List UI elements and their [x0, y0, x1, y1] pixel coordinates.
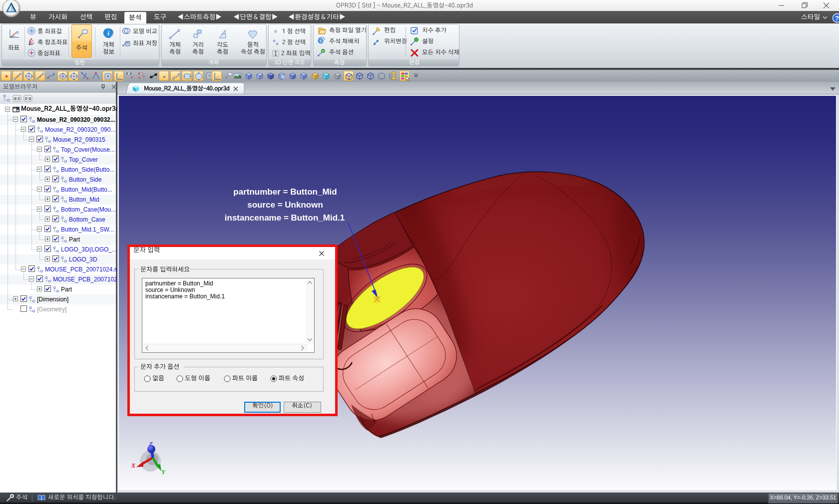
svg-text:i: i [107, 29, 109, 37]
svg-text:Y: Y [161, 468, 166, 476]
svg-text:X: X [131, 462, 136, 469]
svg-text:?: ? [835, 14, 839, 22]
svg-text:a·z: a·z [14, 96, 20, 101]
svg-text:partnumber = Button_Mid: partnumber = Button_Mid [233, 187, 337, 197]
svg-text:instancename = Button_Mid.1: instancename = Button_Mid.1 [225, 213, 345, 223]
svg-text:Z: Z [148, 440, 153, 448]
svg-text:z·a: z·a [25, 96, 31, 101]
svg-text:source = Unknown: source = Unknown [247, 200, 323, 210]
